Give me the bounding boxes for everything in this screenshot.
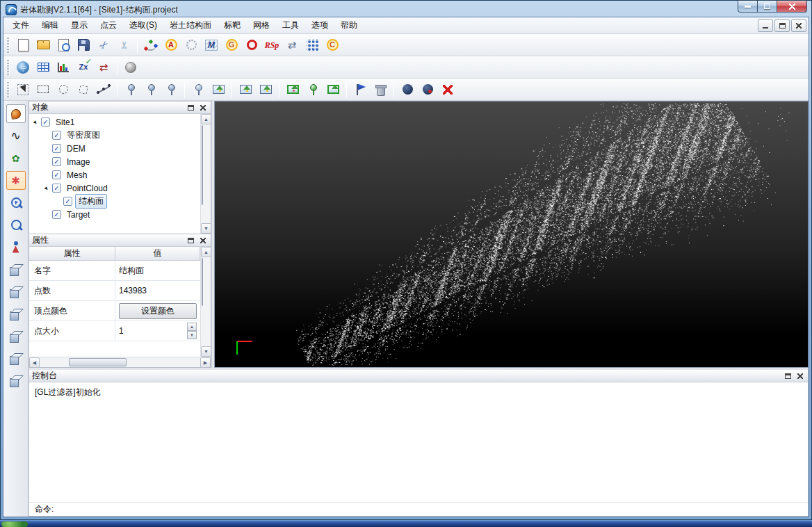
tree-item[interactable]: ✓等密度图 xyxy=(29,129,200,142)
transfer-button[interactable] xyxy=(282,35,302,54)
green-pin-button[interactable] xyxy=(303,80,323,99)
toolbar-grip[interactable] xyxy=(7,38,10,53)
toolbar-grip[interactable] xyxy=(7,60,10,75)
view-1-button[interactable] xyxy=(6,260,26,279)
toolbar-grip[interactable] xyxy=(7,82,10,97)
viewport-3d[interactable] xyxy=(214,101,809,368)
spinner-up-icon[interactable]: ▲ xyxy=(187,323,197,331)
clip-tool-button[interactable] xyxy=(114,35,133,54)
view-4-button[interactable] xyxy=(6,327,26,346)
tree-item[interactable]: ✓Mesh xyxy=(29,168,200,181)
tree-checkbox[interactable]: ✓ xyxy=(52,131,61,140)
set-color-button[interactable]: 设置颜色 xyxy=(119,303,197,319)
zx-axis-check-button[interactable]: Zx xyxy=(74,58,93,76)
objects-panel-close-button[interactable] xyxy=(198,103,208,113)
command-input[interactable] xyxy=(58,505,802,514)
anchor-1-button[interactable] xyxy=(121,80,140,99)
tree-checkbox[interactable]: ✓ xyxy=(41,117,50,127)
pointcloud-curve-button[interactable] xyxy=(141,35,161,54)
tree-checkbox[interactable]: ✓ xyxy=(52,144,61,153)
tree-checkbox[interactable]: ✓ xyxy=(52,210,61,219)
new-file-button[interactable] xyxy=(13,35,33,54)
rsp-analysis-button[interactable]: RSp xyxy=(262,35,282,54)
view-6-button[interactable] xyxy=(6,371,26,390)
menu-rock-structure[interactable]: 岩土结构面 xyxy=(163,17,218,33)
menu-pointcloud[interactable]: 点云 xyxy=(94,17,123,33)
tree-checkbox[interactable]: ✓ xyxy=(52,184,61,193)
blue-flag-button[interactable] xyxy=(350,80,370,99)
anchor-2-button[interactable] xyxy=(141,80,161,99)
walk-tool-button[interactable] xyxy=(6,238,26,257)
menu-tools[interactable]: 工具 xyxy=(276,17,305,33)
sphere-dark-button[interactable] xyxy=(398,80,417,99)
flower-tool-button[interactable] xyxy=(6,171,26,190)
object-tree-scrollbar[interactable]: ▲ ▼ xyxy=(200,114,211,234)
scroll-thumb[interactable] xyxy=(69,358,126,366)
ellipse-select-button[interactable] xyxy=(54,80,73,99)
console-panel-close-button[interactable] xyxy=(795,371,805,381)
menu-display[interactable]: 显示 xyxy=(65,17,94,33)
scroll-up-button[interactable]: ▲ xyxy=(201,114,211,124)
property-value[interactable]: 结构面 xyxy=(115,261,200,280)
tree-expander-icon[interactable]: ▸ xyxy=(42,183,52,193)
open-file-button[interactable] xyxy=(33,35,53,54)
image-view-button[interactable] xyxy=(209,80,228,99)
tree-item[interactable]: ▸✓Site1 xyxy=(29,115,200,129)
annotation-a-button[interactable]: A xyxy=(161,35,181,54)
find-in-file-button[interactable] xyxy=(54,35,73,54)
properties-scrollbar[interactable]: ▲ ▼ xyxy=(200,247,211,357)
rectangle-select-button[interactable] xyxy=(33,80,53,99)
menu-options[interactable]: 选项 xyxy=(305,17,334,33)
console-panel-float-button[interactable] xyxy=(783,371,793,381)
scroll-up-button[interactable]: ▲ xyxy=(201,247,211,257)
anchor-3-button[interactable] xyxy=(161,80,181,99)
zoom-tool-button[interactable] xyxy=(6,216,26,234)
mdi-restore-button[interactable] xyxy=(774,19,790,32)
mdi-close-button[interactable] xyxy=(791,19,806,32)
property-value[interactable]: 143983 xyxy=(115,281,200,300)
pointcloud-canvas[interactable] xyxy=(215,102,808,367)
minimize-button[interactable] xyxy=(738,1,758,13)
scroll-down-button[interactable]: ▼ xyxy=(201,223,211,234)
tree-checkbox[interactable]: ✓ xyxy=(52,157,61,166)
mdi-minimize-button[interactable] xyxy=(758,19,773,32)
properties-hscrollbar[interactable]: ◀ ▶ xyxy=(29,357,211,367)
swap-axes-button[interactable] xyxy=(94,58,113,76)
point-size-value[interactable]: 1 xyxy=(119,326,124,336)
menu-help[interactable]: 帮助 xyxy=(334,17,364,33)
scroll-thumb[interactable] xyxy=(202,258,203,306)
remove-all-button[interactable] xyxy=(438,80,457,99)
render-sphere-button[interactable] xyxy=(121,58,140,76)
scroll-right-button[interactable]: ▶ xyxy=(200,357,211,368)
view-2-button[interactable] xyxy=(6,282,26,301)
point-grid-button[interactable] xyxy=(302,35,322,54)
tree-expander-icon[interactable]: ▸ xyxy=(31,117,41,127)
zoom-in-tool-button[interactable] xyxy=(6,193,26,212)
geology-g-button[interactable]: G xyxy=(222,35,241,54)
sphere-dark-marked-button[interactable] xyxy=(418,80,437,99)
save-file-button[interactable] xyxy=(74,35,93,54)
view-3-button[interactable] xyxy=(6,305,26,323)
spinner-down-icon[interactable]: ▼ xyxy=(187,331,197,339)
point-size-spinner[interactable]: ▲▼ xyxy=(187,323,197,339)
data-table-button[interactable] xyxy=(33,58,53,76)
menu-edit[interactable]: 编辑 xyxy=(35,17,65,33)
menu-target[interactable]: 标靶 xyxy=(218,17,247,33)
tree-item[interactable]: ✓Image xyxy=(29,155,200,168)
tree-checkbox[interactable]: ✓ xyxy=(63,197,72,206)
tree-item[interactable]: ✓Target xyxy=(29,208,200,221)
compass-c-button[interactable]: C xyxy=(323,35,342,54)
circle-o-button[interactable] xyxy=(242,35,261,54)
select-cursor-button[interactable] xyxy=(13,80,33,99)
properties-panel-close-button[interactable] xyxy=(198,236,208,245)
green-image-button[interactable] xyxy=(323,80,343,99)
scroll-thumb[interactable] xyxy=(202,125,203,205)
image-1-button[interactable] xyxy=(236,80,255,99)
tree-checkbox[interactable]: ✓ xyxy=(52,170,61,179)
plot-chart-button[interactable] xyxy=(54,58,73,76)
sparse-points-button[interactable] xyxy=(181,35,201,54)
taskbar[interactable] xyxy=(0,520,812,527)
polygon-select-button[interactable] xyxy=(74,80,93,99)
curve-tool-button[interactable] xyxy=(6,127,26,145)
green-image-star-button[interactable] xyxy=(283,80,302,99)
